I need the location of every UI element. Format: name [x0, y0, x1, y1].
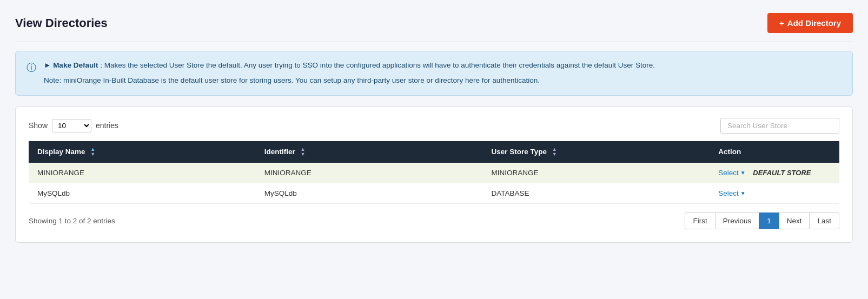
col-user-store-type[interactable]: User Store Type ▲ ▼ — [482, 141, 710, 163]
show-entries-control: Show 10 25 50 100 entries — [29, 119, 118, 132]
col-action: Action — [710, 141, 839, 163]
pagination-current[interactable]: 1 — [759, 212, 779, 229]
pagination-next[interactable]: Next — [779, 212, 810, 229]
sort-identifier-icon: ▲ ▼ — [301, 147, 306, 157]
cell-user-store-type: MINIORANGE — [482, 163, 710, 183]
pagination-last[interactable]: Last — [809, 212, 839, 229]
entries-info: Showing 1 to 2 of 2 entries — [29, 217, 115, 225]
sort-display-name-icon: ▲ ▼ — [90, 147, 95, 157]
col-identifier[interactable]: Identifier ▲ ▼ — [256, 141, 483, 163]
page-title: View Directories — [15, 16, 108, 30]
default-store-badge: DEFAULT STORE — [753, 169, 811, 177]
select-button-row1[interactable]: Select ▼ — [718, 169, 745, 177]
info-icon: ⓘ — [26, 61, 36, 74]
pagination-first[interactable]: First — [685, 212, 715, 229]
make-default-label: ► Make Default — [44, 61, 98, 69]
table-header: Display Name ▲ ▼ Identifier ▲ ▼ — [29, 141, 839, 163]
entries-label: entries — [96, 121, 118, 130]
table-body: MINIORANGE MINIORANGE MINIORANGE Select … — [29, 163, 839, 204]
add-directory-button[interactable]: + Add Directory — [767, 13, 853, 33]
directories-table: Display Name ▲ ▼ Identifier ▲ ▼ — [29, 141, 839, 204]
entries-select[interactable]: 10 25 50 100 — [52, 119, 91, 132]
search-input[interactable] — [720, 118, 839, 134]
note-text: Note: miniOrange In-Built Database is th… — [44, 75, 655, 86]
info-text: ► Make Default : Makes the selected User… — [44, 60, 655, 87]
select-button-row2[interactable]: Select ▼ — [718, 189, 745, 197]
cell-action: Select ▼ — [710, 183, 839, 203]
select-caret-row2: ▼ — [740, 190, 746, 196]
table-row: MINIORANGE MINIORANGE MINIORANGE Select … — [29, 163, 839, 183]
pagination-previous[interactable]: Previous — [715, 212, 760, 229]
cell-user-store-type: DATABASE — [482, 183, 710, 203]
info-box: ⓘ ► Make Default : Makes the selected Us… — [15, 51, 853, 96]
cell-identifier: MINIORANGE — [256, 163, 483, 183]
table-footer: Showing 1 to 2 of 2 entries First Previo… — [29, 212, 839, 229]
plus-icon: + — [779, 18, 784, 28]
page-header: View Directories + Add Directory — [15, 13, 853, 42]
make-default-description: ► Make Default : Makes the selected User… — [44, 60, 655, 71]
table-controls: Show 10 25 50 100 entries — [29, 118, 839, 134]
cell-action: Select ▼ DEFAULT STORE — [710, 163, 839, 183]
pagination: First Previous 1 Next Last — [685, 212, 839, 229]
cell-display-name: MINIORANGE — [29, 163, 256, 183]
col-display-name[interactable]: Display Name ▲ ▼ — [29, 141, 256, 163]
select-caret-row1: ▼ — [740, 170, 746, 176]
cell-identifier: MySQLdb — [256, 183, 483, 203]
main-card: Show 10 25 50 100 entries Display Name — [15, 107, 853, 243]
cell-display-name: MySQLdb — [29, 183, 256, 203]
show-label: Show — [29, 121, 48, 130]
table-row: MySQLdb MySQLdb DATABASE Select ▼ — [29, 183, 839, 203]
sort-user-store-type-icon: ▲ ▼ — [552, 147, 557, 157]
